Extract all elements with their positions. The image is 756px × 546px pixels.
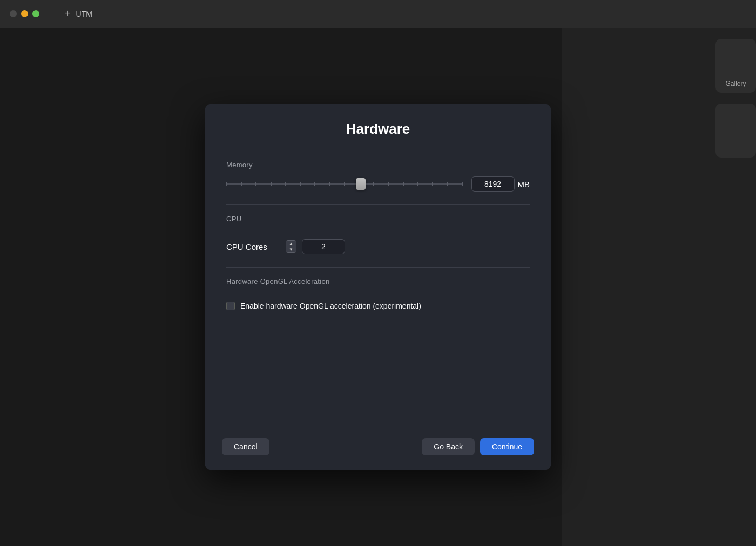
cpu-cores-input[interactable]: [302, 239, 345, 254]
memory-value-input[interactable]: [471, 176, 515, 192]
modal-overlay: Hardware Memory: [0, 0, 756, 546]
cancel-button[interactable]: Cancel: [222, 438, 269, 455]
tick-12: [388, 182, 389, 186]
cpu-cores-label: CPU Cores: [226, 242, 280, 251]
memory-slider-ticks: [226, 183, 463, 185]
tick-8: [329, 182, 330, 186]
cpu-cores-stepper[interactable]: ▲ ▼: [286, 240, 296, 253]
modal-body: Memory: [205, 151, 551, 427]
tick-5: [285, 182, 286, 186]
memory-section-label: Memory: [226, 151, 530, 176]
tick-1: [226, 182, 227, 186]
modal-header: Hardware: [205, 104, 551, 151]
modal-spacer: [226, 319, 530, 427]
continue-button[interactable]: Continue: [480, 438, 534, 455]
go-back-button[interactable]: Go Back: [422, 438, 475, 455]
tick-4: [271, 182, 272, 186]
cpu-section-label: CPU: [226, 205, 530, 230]
modal-footer: Cancel Go Back Continue: [205, 427, 551, 470]
stepper-down-icon[interactable]: ▼: [286, 247, 296, 252]
cpu-row: CPU Cores ▲ ▼: [226, 230, 530, 267]
memory-slider-container[interactable]: [226, 179, 463, 189]
tick-2: [241, 182, 242, 186]
hardware-modal: Hardware Memory: [205, 104, 551, 470]
tick-7: [314, 182, 315, 186]
modal-title: Hardware: [226, 121, 530, 138]
tick-6: [300, 182, 301, 186]
tick-14: [417, 182, 418, 186]
memory-row: MB: [226, 176, 530, 204]
tick-9: [344, 182, 345, 186]
tick-16: [447, 182, 448, 186]
opengl-checkbox[interactable]: [226, 302, 235, 310]
tick-3: [255, 182, 256, 186]
opengl-row: Enable hardware OpenGL acceleration (exp…: [226, 293, 530, 319]
footer-right-buttons: Go Back Continue: [422, 438, 534, 455]
tick-15: [432, 182, 433, 186]
memory-slider-thumb[interactable]: [356, 178, 366, 190]
tick-17: [462, 182, 463, 186]
opengl-section-label: Hardware OpenGL Acceleration: [226, 268, 530, 293]
memory-input-group: MB: [471, 176, 530, 192]
tick-11: [373, 182, 374, 186]
tick-13: [403, 182, 404, 186]
memory-slider-track: [226, 183, 463, 185]
memory-unit-label: MB: [518, 180, 530, 189]
stepper-up-icon[interactable]: ▲: [286, 241, 296, 247]
opengl-checkbox-label: Enable hardware OpenGL acceleration (exp…: [240, 302, 421, 310]
